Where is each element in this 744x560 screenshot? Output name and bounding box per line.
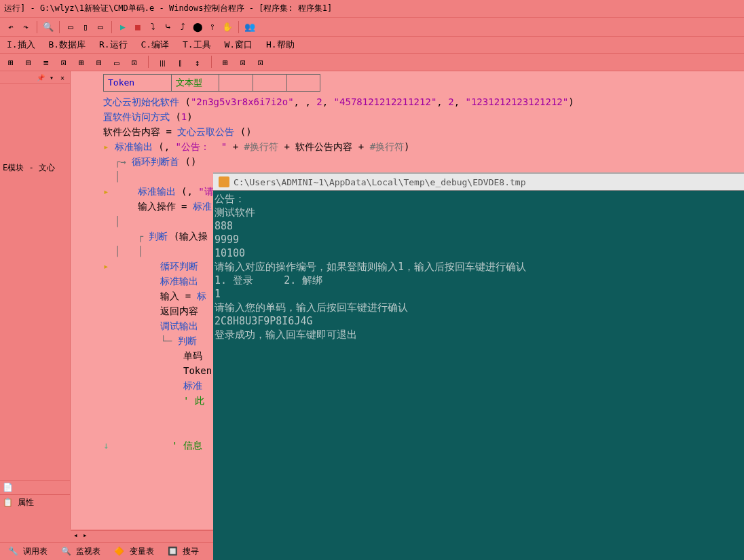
menu-database[interactable]: B.数据库 — [44, 38, 90, 51]
menu-insert[interactable]: I.插入 — [3, 38, 39, 51]
hand-icon[interactable]: ✋ — [221, 20, 234, 34]
t2-icon-11[interactable]: ↕ — [191, 56, 204, 69]
t2-icon-1[interactable]: ⊞ — [4, 56, 18, 69]
t2-icon-9[interactable]: ⫼ — [155, 56, 169, 69]
module-label: E模块 - 文心 — [0, 160, 58, 176]
scroll-right-icon[interactable]: ▸ — [83, 531, 88, 540]
find-icon[interactable]: 🔍 — [41, 20, 55, 34]
tab-var-table[interactable]: 🔶 变量表 — [110, 544, 157, 559]
t2-icon-13[interactable]: ⊡ — [236, 56, 250, 69]
menu-bar: I.插入 B.数据库 R.运行 C.编译 T.工具 W.窗口 H.帮助 — [0, 37, 744, 54]
t2-icon-12[interactable]: ⊞ — [219, 56, 232, 69]
window-layout3-icon[interactable]: ▭ — [94, 20, 107, 34]
window-title: 运行] - G:\wlyz\1新验证\CMD单码.e - Windows控制台程… — [0, 0, 744, 18]
left-panel: 📌 ▾ ✕ E模块 - 文心 📄 📋 属性 — [0, 71, 71, 529]
panel-dropdown-icon[interactable]: ▾ — [47, 73, 56, 82]
panel-close-icon[interactable]: ✕ — [58, 73, 67, 82]
toolbar-main: ↶ ↷ 🔍 ▭ ▯ ▭ ▶ ■ ⤵ ⤷ ⤴ ⬤ ⫯ ✋ 👥 — [0, 18, 744, 37]
menu-window[interactable]: W.窗口 — [220, 38, 257, 51]
property-tab[interactable]: 📋 属性 — [0, 494, 71, 510]
console-app-icon — [219, 176, 229, 187]
menu-compile[interactable]: C.编译 — [136, 38, 173, 51]
tab-search[interactable]: 🔲 搜寻 — [164, 544, 203, 559]
code-line: 文心云初始化软件 ("2n3g5v3r8x6i7i2o", , 2, "4578… — [103, 94, 744, 109]
var-type-cell: 文本型 — [172, 75, 219, 91]
cursor-icon[interactable]: ⫯ — [206, 20, 219, 34]
t2-icon-3[interactable]: ≡ — [39, 56, 53, 69]
people-icon[interactable]: 👥 — [243, 20, 257, 34]
t2-icon-4[interactable]: ⊡ — [57, 56, 71, 69]
var-table-row: Token 文本型 — [103, 74, 320, 92]
undo-icon[interactable]: ↶ — [4, 20, 18, 34]
menu-run[interactable]: R.运行 — [95, 38, 132, 51]
t2-icon-6[interactable]: ⊟ — [92, 56, 106, 69]
stop-icon[interactable]: ■ — [131, 20, 145, 34]
step-out-icon[interactable]: ⤴ — [176, 20, 189, 34]
gutter — [71, 71, 98, 529]
t2-icon-7[interactable]: ▭ — [110, 56, 124, 69]
step-over-icon[interactable]: ⤵ — [146, 20, 160, 34]
menu-help[interactable]: H.帮助 — [262, 38, 299, 51]
window-layout1-icon[interactable]: ▭ — [64, 20, 77, 34]
code-line: 软件公告内容 = 文心云取公告 () — [103, 124, 744, 139]
redo-icon[interactable]: ↷ — [19, 20, 33, 34]
step-into-icon[interactable]: ⤷ — [161, 20, 174, 34]
scroll-left-icon[interactable]: ◂ — [73, 531, 78, 540]
console-title-text: C:\Users\ADMINI~1\AppData\Local\Temp\e_d… — [234, 177, 525, 187]
window-layout2-icon[interactable]: ▯ — [79, 20, 92, 34]
var-empty1 — [219, 75, 253, 91]
left-dock-bottom: 📄 📋 属性 — [0, 480, 71, 510]
panel-pin-icon[interactable]: 📌 — [36, 73, 45, 82]
var-empty2 — [253, 75, 287, 91]
t2-icon-14[interactable]: ⊡ — [254, 56, 267, 69]
tab-call-table[interactable]: 🔧 调用表 — [4, 544, 52, 559]
left-tab-generic[interactable]: 📄 — [0, 480, 71, 494]
toolbar-secondary: ⊞ ⊟ ≡ ⊡ ⊞ ⊟ ▭ ⊡ ⫼ ⫿ ↕ ⊞ ⊡ ⊡ — [0, 54, 744, 71]
code-line: 置软件访问方式 (1) — [103, 109, 744, 124]
t2-icon-10[interactable]: ⫿ — [173, 56, 187, 69]
console-output: 公告： 测试软件 888 9999 10100 请输入对应的操作编号，如果登陆则… — [213, 191, 744, 343]
t2-icon-8[interactable]: ⊡ — [128, 56, 141, 69]
panel-header: 📌 ▾ ✕ — [0, 71, 70, 84]
var-name-cell: Token — [104, 75, 172, 91]
run-icon[interactable]: ▶ — [116, 20, 130, 34]
tab-watch-table[interactable]: 🔍 监视表 — [57, 544, 105, 559]
breakpoint-icon[interactable]: ⬤ — [191, 20, 204, 34]
t2-icon-2[interactable]: ⊟ — [22, 56, 35, 69]
menu-tools[interactable]: T.工具 — [179, 38, 215, 51]
t2-icon-5[interactable]: ⊞ — [75, 56, 88, 69]
code-line: ▸ 标准输出 (, "公告： " + #换行符 + 软件公告内容 + #换行符) — [103, 139, 744, 154]
console-titlebar[interactable]: C:\Users\ADMINI~1\AppData\Local\Temp\e_d… — [213, 174, 744, 191]
code-line: ┌→ 循环判断首 () — [103, 154, 744, 169]
console-window: C:\Users\ADMINI~1\AppData\Local\Temp\e_d… — [213, 172, 744, 560]
